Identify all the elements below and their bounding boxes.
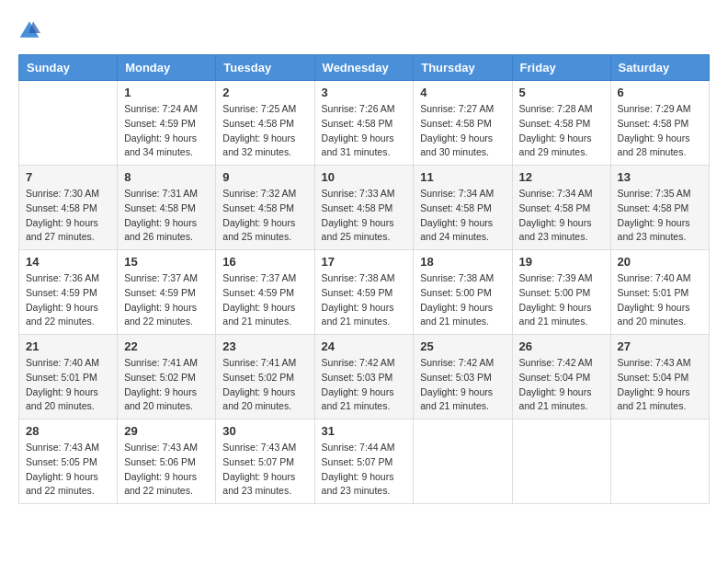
day-cell: 30Sunrise: 7:43 AMSunset: 5:07 PMDayligh… [216, 419, 314, 504]
day-info: Sunrise: 7:40 AMSunset: 5:01 PMDaylight:… [26, 356, 110, 414]
day-info: Sunrise: 7:43 AMSunset: 5:04 PMDaylight:… [618, 356, 702, 414]
day-cell: 12Sunrise: 7:34 AMSunset: 4:58 PMDayligh… [512, 166, 610, 250]
day-number: 16 [222, 255, 307, 269]
day-number: 27 [618, 339, 702, 353]
day-cell: 21Sunrise: 7:40 AMSunset: 5:01 PMDayligh… [19, 335, 118, 419]
day-cell: 23Sunrise: 7:41 AMSunset: 5:02 PMDayligh… [216, 335, 314, 419]
day-info: Sunrise: 7:36 AMSunset: 4:59 PMDaylight:… [26, 271, 110, 329]
day-info: Sunrise: 7:37 AMSunset: 4:59 PMDaylight:… [222, 271, 307, 329]
day-info: Sunrise: 7:42 AMSunset: 5:04 PMDaylight:… [519, 356, 604, 414]
day-number: 31 [322, 424, 407, 438]
day-cell: 2Sunrise: 7:25 AMSunset: 4:58 PMDaylight… [216, 81, 314, 166]
day-number: 17 [322, 255, 407, 269]
day-number: 6 [618, 86, 702, 99]
day-info: Sunrise: 7:38 AMSunset: 5:00 PMDaylight:… [420, 271, 505, 329]
day-number: 25 [420, 339, 505, 353]
day-info: Sunrise: 7:28 AMSunset: 4:58 PMDaylight:… [519, 102, 604, 160]
day-cell: 14Sunrise: 7:36 AMSunset: 4:59 PMDayligh… [19, 250, 118, 335]
header-wednesday: Wednesday [314, 55, 414, 81]
day-cell: 26Sunrise: 7:42 AMSunset: 5:04 PMDayligh… [512, 335, 610, 419]
day-info: Sunrise: 7:32 AMSunset: 4:58 PMDaylight:… [222, 187, 307, 245]
day-number: 12 [519, 170, 604, 184]
day-cell: 20Sunrise: 7:40 AMSunset: 5:01 PMDayligh… [610, 250, 709, 335]
day-number: 3 [322, 86, 407, 99]
day-cell: 31Sunrise: 7:44 AMSunset: 5:07 PMDayligh… [314, 419, 414, 504]
day-info: Sunrise: 7:42 AMSunset: 5:03 PMDaylight:… [420, 356, 505, 414]
day-info: Sunrise: 7:33 AMSunset: 4:58 PMDaylight:… [322, 187, 407, 245]
day-number: 30 [222, 424, 307, 438]
day-cell [414, 419, 512, 504]
day-cell: 11Sunrise: 7:34 AMSunset: 4:58 PMDayligh… [414, 166, 512, 250]
day-info: Sunrise: 7:25 AMSunset: 4:58 PMDaylight:… [222, 102, 307, 160]
day-number: 11 [420, 170, 505, 184]
header [18, 18, 710, 40]
day-number: 23 [222, 339, 307, 353]
day-cell: 18Sunrise: 7:38 AMSunset: 5:00 PMDayligh… [414, 250, 512, 335]
header-friday: Friday [512, 55, 610, 81]
day-cell: 25Sunrise: 7:42 AMSunset: 5:03 PMDayligh… [414, 335, 512, 419]
day-info: Sunrise: 7:42 AMSunset: 5:03 PMDaylight:… [322, 356, 407, 414]
day-number: 14 [26, 255, 110, 269]
day-info: Sunrise: 7:41 AMSunset: 5:02 PMDaylight:… [124, 356, 209, 414]
header-saturday: Saturday [610, 55, 709, 81]
day-cell: 10Sunrise: 7:33 AMSunset: 4:58 PMDayligh… [314, 166, 414, 250]
day-number: 2 [222, 86, 307, 99]
day-number: 10 [322, 170, 407, 184]
day-info: Sunrise: 7:34 AMSunset: 4:58 PMDaylight:… [420, 187, 505, 245]
day-info: Sunrise: 7:43 AMSunset: 5:07 PMDaylight:… [222, 441, 307, 499]
week-row-4: 21Sunrise: 7:40 AMSunset: 5:01 PMDayligh… [19, 335, 710, 419]
day-info: Sunrise: 7:29 AMSunset: 4:58 PMDaylight:… [618, 102, 702, 160]
logo [18, 18, 44, 40]
day-info: Sunrise: 7:26 AMSunset: 4:58 PMDaylight:… [322, 102, 407, 160]
day-cell: 17Sunrise: 7:38 AMSunset: 4:59 PMDayligh… [314, 250, 414, 335]
day-number: 24 [322, 339, 407, 353]
day-cell: 29Sunrise: 7:43 AMSunset: 5:06 PMDayligh… [118, 419, 216, 504]
day-cell: 7Sunrise: 7:30 AMSunset: 4:58 PMDaylight… [19, 166, 118, 250]
day-cell: 6Sunrise: 7:29 AMSunset: 4:58 PMDaylight… [610, 81, 709, 166]
day-info: Sunrise: 7:35 AMSunset: 4:58 PMDaylight:… [618, 187, 702, 245]
day-cell: 1Sunrise: 7:24 AMSunset: 4:59 PMDaylight… [118, 81, 216, 166]
day-number: 28 [26, 424, 110, 438]
day-number: 13 [618, 170, 702, 184]
day-cell: 8Sunrise: 7:31 AMSunset: 4:58 PMDaylight… [118, 166, 216, 250]
day-info: Sunrise: 7:38 AMSunset: 4:59 PMDaylight:… [322, 271, 407, 329]
day-number: 9 [222, 170, 307, 184]
day-number: 4 [420, 86, 505, 99]
day-info: Sunrise: 7:44 AMSunset: 5:07 PMDaylight:… [322, 441, 407, 499]
day-number: 19 [519, 255, 604, 269]
day-cell: 9Sunrise: 7:32 AMSunset: 4:58 PMDaylight… [216, 166, 314, 250]
day-cell: 28Sunrise: 7:43 AMSunset: 5:05 PMDayligh… [19, 419, 118, 504]
day-info: Sunrise: 7:43 AMSunset: 5:05 PMDaylight:… [26, 441, 110, 499]
day-number: 22 [124, 339, 209, 353]
day-cell: 13Sunrise: 7:35 AMSunset: 4:58 PMDayligh… [610, 166, 709, 250]
day-cell: 5Sunrise: 7:28 AMSunset: 4:58 PMDaylight… [512, 81, 610, 166]
day-info: Sunrise: 7:39 AMSunset: 5:00 PMDaylight:… [519, 271, 604, 329]
day-info: Sunrise: 7:30 AMSunset: 4:58 PMDaylight:… [26, 187, 110, 245]
header-monday: Monday [118, 55, 216, 81]
day-cell [512, 419, 610, 504]
week-row-1: 1Sunrise: 7:24 AMSunset: 4:59 PMDaylight… [19, 81, 710, 166]
day-number: 21 [26, 339, 110, 353]
header-sunday: Sunday [19, 55, 118, 81]
day-cell: 16Sunrise: 7:37 AMSunset: 4:59 PMDayligh… [216, 250, 314, 335]
day-number: 5 [519, 86, 604, 99]
day-cell [19, 81, 118, 166]
week-row-2: 7Sunrise: 7:30 AMSunset: 4:58 PMDaylight… [19, 166, 710, 250]
day-cell: 22Sunrise: 7:41 AMSunset: 5:02 PMDayligh… [118, 335, 216, 419]
day-info: Sunrise: 7:24 AMSunset: 4:59 PMDaylight:… [124, 102, 209, 160]
day-number: 8 [124, 170, 209, 184]
day-info: Sunrise: 7:27 AMSunset: 4:58 PMDaylight:… [420, 102, 505, 160]
day-number: 20 [618, 255, 702, 269]
day-number: 29 [124, 424, 209, 438]
day-number: 15 [124, 255, 209, 269]
day-number: 26 [519, 339, 604, 353]
day-cell [610, 419, 709, 504]
day-cell: 27Sunrise: 7:43 AMSunset: 5:04 PMDayligh… [610, 335, 709, 419]
header-tuesday: Tuesday [216, 55, 314, 81]
calendar: SundayMondayTuesdayWednesdayThursdayFrid… [18, 54, 710, 504]
day-number: 1 [124, 86, 209, 99]
day-info: Sunrise: 7:41 AMSunset: 5:02 PMDaylight:… [222, 356, 307, 414]
calendar-header-row: SundayMondayTuesdayWednesdayThursdayFrid… [19, 55, 710, 81]
day-cell: 19Sunrise: 7:39 AMSunset: 5:00 PMDayligh… [512, 250, 610, 335]
header-thursday: Thursday [414, 55, 512, 81]
